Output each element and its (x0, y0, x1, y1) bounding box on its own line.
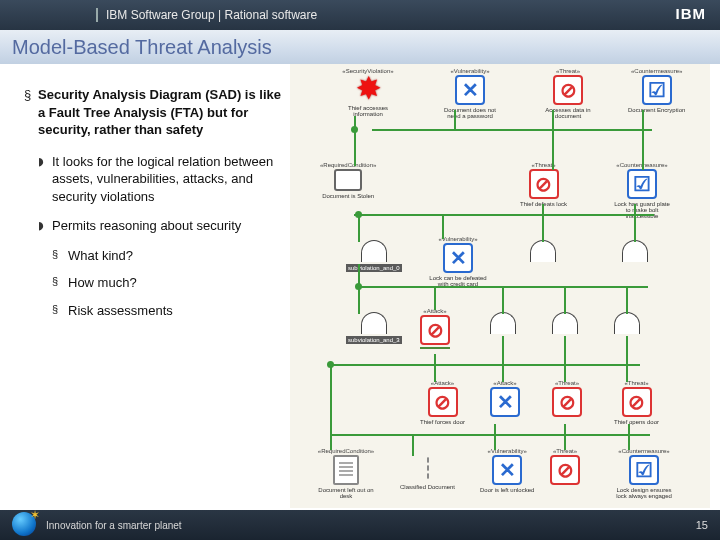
node-vuln-creditcard: «Vulnerability»✕Lock can be defeated wit… (428, 236, 488, 287)
node-attack-force: «Attack»⊘Thief forces door (420, 380, 465, 425)
bullet-sub1: ◗It looks for the logical relation betwe… (38, 153, 282, 206)
junction-dot (351, 126, 358, 133)
bullet-main: §Security Analysis Diagram (SAD) is like… (24, 86, 282, 139)
gate-and-0: subviolation_and_0 (346, 240, 402, 272)
connector (454, 110, 456, 129)
header-bar: IBM Software Group | Rational software I… (0, 0, 720, 30)
connector (628, 424, 630, 450)
gate-or-1 (530, 240, 556, 262)
text-column: §Security Analysis Diagram (SAD) is like… (0, 64, 290, 508)
connector (542, 204, 544, 242)
node-vuln-nopw: «Vulnerability»✕Document does not need a… (440, 68, 500, 119)
connector (502, 286, 504, 314)
node-vuln-row5: «Attack»✕ (490, 380, 520, 417)
connector (330, 434, 650, 436)
bullet-s2a: §What kind? (52, 247, 282, 265)
connector (330, 364, 332, 450)
gate-5 (552, 312, 578, 334)
connector (354, 116, 356, 166)
junction-dot (355, 211, 362, 218)
connector (494, 424, 496, 450)
footer-bar: Innovation for a smarter planet 15 (0, 510, 720, 540)
footer-tagline: Innovation for a smarter planet (46, 520, 182, 531)
node-reqcond-desk: «RequiredCondition»Document left out on … (316, 448, 376, 499)
junction-dot (355, 283, 362, 290)
connector (564, 286, 566, 314)
ibm-logo: IBM (676, 6, 707, 21)
title-bar: Model-Based Threat Analysis (0, 30, 720, 64)
page-number: 15 (696, 519, 708, 531)
connector (634, 204, 636, 242)
connector (564, 336, 566, 382)
node-threat-row6: «Threat»⊘ (550, 448, 580, 485)
gate-6 (614, 312, 640, 334)
node-violation: «SecurityViolation»✸Thief accesses infor… (338, 68, 398, 117)
header-org: IBM Software Group | Rational software (106, 8, 317, 22)
bullet-sub2: ◗Permits reasoning about security (38, 217, 282, 235)
node-cm-encrypt: «Countermeasure»☑Document Encryption (628, 68, 685, 113)
node-threat-defeat: «Threat»⊘Thief defeats lock (520, 162, 567, 207)
connector (642, 110, 644, 170)
connector (434, 286, 436, 310)
connector (372, 129, 652, 131)
connector (412, 434, 414, 456)
bullet-s2c: §Risk assessments (52, 302, 282, 320)
node-threat-access: «Threat»⊘Accesses data in document (538, 68, 598, 119)
connector (626, 286, 628, 314)
globe-icon (12, 512, 36, 536)
connector (354, 214, 654, 216)
sad-diagram: «SecurityViolation»✸Thief accesses infor… (290, 64, 710, 508)
node-vuln-unlocked: «Vulnerability»✕Door is left unlocked (480, 448, 534, 493)
node-threat-opens: «Threat»⊘Thief opens door (614, 380, 659, 425)
header-divider (96, 8, 98, 22)
slide-title: Model-Based Threat Analysis (12, 36, 272, 59)
junction-dot (327, 361, 334, 368)
connector (442, 214, 444, 239)
node-reqcond-stolen: «RequiredCondition»Document is Stolen (320, 162, 376, 199)
connector (358, 214, 360, 242)
gate-4 (490, 312, 516, 334)
connector (552, 110, 554, 170)
connector (626, 336, 628, 382)
gate-or-2 (622, 240, 648, 262)
node-cm-guardplate: «Countermeasure»☑Lock has guard plate to… (612, 162, 672, 219)
connector (502, 336, 504, 382)
node-cm-lockdesign: «Countermeasure»☑Lock design ensures loc… (614, 448, 674, 499)
node-asset-doc: Classified Document (400, 454, 455, 490)
gate-and-3: subviolation_and_3 (346, 312, 402, 344)
node-threat-row5: «Threat»⊘ (552, 380, 582, 417)
connector (434, 354, 436, 382)
node-attack-1: «Attack»⊘ (420, 308, 450, 349)
connector (330, 364, 640, 366)
bullet-s2b: §How much? (52, 274, 282, 292)
content-area: §Security Analysis Diagram (SAD) is like… (0, 64, 720, 508)
connector (564, 424, 566, 450)
diagram-column: «SecurityViolation»✸Thief accesses infor… (290, 64, 720, 508)
